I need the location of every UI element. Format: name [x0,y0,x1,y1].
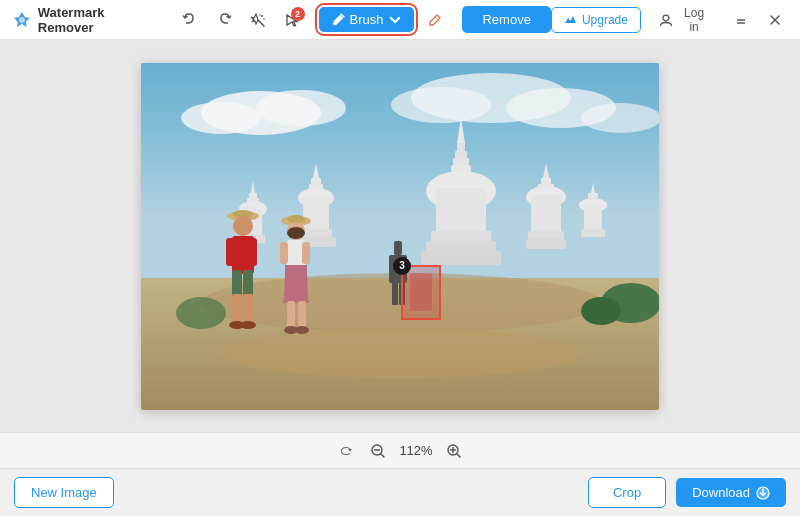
redo-button[interactable] [209,5,239,35]
title-bar-right: Upgrade Log in [551,1,788,39]
upgrade-icon [564,13,577,26]
zoom-out-icon [370,443,386,459]
selection-icon [284,12,300,28]
eraser-icon [427,12,443,28]
minimize-icon [735,14,747,26]
brush-button[interactable]: Brush [319,7,415,32]
magic-wand-icon [250,12,266,28]
eraser-button[interactable] [420,5,450,35]
photo-scene [141,63,659,410]
login-label: Log in [678,6,710,34]
zoom-out-button[interactable] [367,440,389,462]
step-badge: 3 [393,257,411,275]
new-image-button[interactable]: New Image [14,477,114,508]
app-title: Watermark Remover [38,5,163,35]
reset-icon [339,444,353,458]
minimize-button[interactable] [728,7,754,33]
download-label: Download [692,485,750,500]
download-icon [756,486,770,500]
svg-point-4 [259,14,260,15]
brush-icon [331,13,345,27]
zoom-in-button[interactable] [443,440,465,462]
title-bar-left: Watermark Remover [12,5,551,35]
remove-label: Remove [482,12,530,27]
magic-wand-button[interactable] [243,5,273,35]
close-button[interactable] [762,7,788,33]
svg-line-91 [381,454,384,457]
upgrade-label: Upgrade [582,13,628,27]
canvas-area: 3 [0,40,800,432]
reset-zoom-button[interactable] [335,440,357,462]
brush-label: Brush [350,12,384,27]
crop-label: Crop [613,485,641,500]
app-logo: Watermark Remover [12,5,163,35]
undo-button[interactable] [175,5,205,35]
svg-line-95 [457,454,460,457]
watermark-selection: 3 [401,265,441,320]
svg-point-5 [663,15,669,21]
svg-point-2 [261,15,263,17]
svg-rect-88 [141,63,659,410]
svg-line-1 [258,20,264,26]
title-bar: Watermark Remover [0,0,800,40]
bottom-right-actions: Crop Download [588,477,786,508]
close-icon [769,14,781,26]
new-image-label: New Image [31,485,97,500]
toolbar-icons [175,5,307,35]
zoom-bar: 112% [0,432,800,468]
login-button[interactable]: Log in [649,1,720,39]
zoom-in-icon [446,443,462,459]
svg-point-0 [19,17,25,23]
svg-point-3 [263,18,265,20]
user-icon [659,13,673,27]
download-button[interactable]: Download [676,478,786,507]
undo-icon [182,12,198,28]
bottom-bar: New Image Crop Download [0,468,800,516]
toolbar-center: Brush [319,5,451,35]
image-container[interactable]: 3 [141,63,659,410]
zoom-value: 112% [399,443,432,458]
crop-button[interactable]: Crop [588,477,666,508]
upgrade-button[interactable]: Upgrade [551,7,641,33]
app-logo-icon [12,10,32,30]
selection-button[interactable] [277,5,307,35]
brush-chevron-icon [388,13,402,27]
remove-button[interactable]: Remove [462,6,550,33]
redo-icon [216,12,232,28]
